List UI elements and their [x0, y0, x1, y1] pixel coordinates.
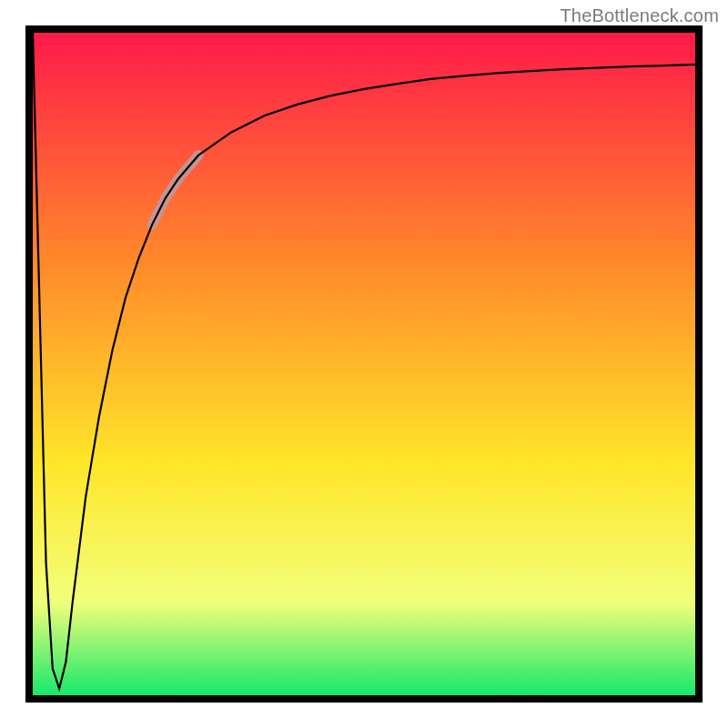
chart-frame [25, 25, 703, 703]
chart-plot-area [33, 33, 695, 695]
gradient-background [33, 33, 695, 695]
attribution-text: TheBottleneck.com [560, 5, 719, 26]
